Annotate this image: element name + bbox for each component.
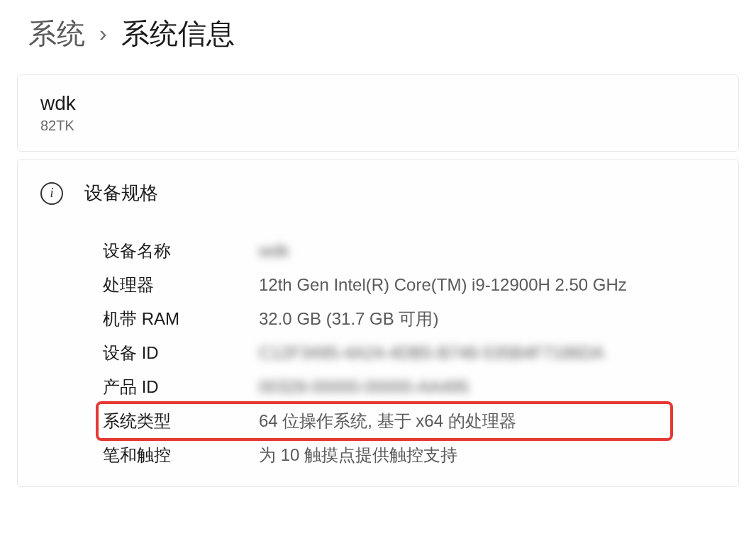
spec-label: 系统类型	[103, 410, 259, 432]
device-card: wdk 82TK	[17, 74, 739, 152]
spec-row: 产品 ID00328-00000-00000-AA495	[103, 370, 716, 404]
spec-value: wdk	[259, 241, 716, 261]
spec-label: 处理器	[103, 274, 259, 296]
spec-label: 产品 ID	[103, 376, 259, 398]
specs-header[interactable]: i 设备规格	[18, 159, 738, 234]
breadcrumb-current: 系统信息	[121, 14, 235, 53]
spec-row: 机带 RAM32.0 GB (31.7 GB 可用)	[103, 302, 716, 336]
device-model: 82TK	[40, 118, 716, 134]
spec-row: 处理器12th Gen Intel(R) Core(TM) i9-12900H …	[103, 268, 716, 302]
spec-value: 12th Gen Intel(R) Core(TM) i9-12900H 2.5…	[259, 275, 716, 295]
specs-card: i 设备规格 设备名称wdk处理器12th Gen Intel(R) Core(…	[17, 159, 739, 487]
spec-value: 00328-00000-00000-AA495	[259, 377, 716, 397]
spec-value: 32.0 GB (31.7 GB 可用)	[259, 308, 716, 330]
specs-title: 设备规格	[84, 181, 158, 206]
spec-row: 笔和触控为 10 触摸点提供触控支持	[103, 438, 716, 472]
spec-label: 笔和触控	[103, 444, 259, 466]
chevron-right-icon: ›	[99, 21, 107, 47]
spec-row: 设备 IDC12F3495-4A24-4DB5-B748-535B4F7186D…	[103, 336, 716, 370]
spec-value: 为 10 触摸点提供触控支持	[259, 444, 716, 466]
spec-label: 机带 RAM	[103, 308, 259, 330]
info-icon: i	[40, 182, 63, 205]
breadcrumb-parent[interactable]: 系统	[28, 14, 85, 53]
spec-label: 设备 ID	[103, 342, 259, 364]
spec-label: 设备名称	[103, 240, 259, 262]
specs-table: 设备名称wdk处理器12th Gen Intel(R) Core(TM) i9-…	[18, 234, 738, 472]
spec-value: 64 位操作系统, 基于 x64 的处理器	[259, 410, 716, 432]
spec-value: C12F3495-4A24-4DB5-B748-535B4F7186DA	[259, 343, 716, 363]
breadcrumb: 系统 › 系统信息	[0, 0, 756, 74]
spec-row: 设备名称wdk	[103, 234, 716, 268]
spec-row: 系统类型64 位操作系统, 基于 x64 的处理器	[103, 404, 716, 438]
device-name: wdk	[40, 92, 716, 115]
